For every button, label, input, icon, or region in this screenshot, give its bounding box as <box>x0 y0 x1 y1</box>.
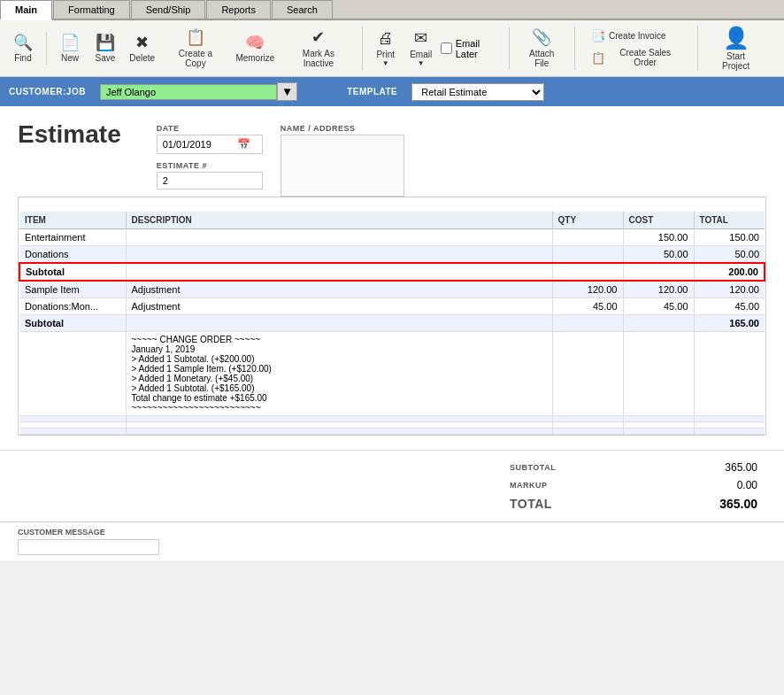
cell-qty[interactable] <box>552 229 623 246</box>
bottom-bar: CUSTOMER MESSAGE <box>0 521 784 560</box>
cell-total[interactable]: 50.00 <box>694 246 765 264</box>
print-button[interactable]: 🖨 Print ▼ <box>370 27 402 69</box>
cell-description[interactable] <box>126 416 552 422</box>
create-invoice-button[interactable]: 📑 Create Invoice <box>586 27 687 45</box>
attach-file-button[interactable]: 📎 Attach File <box>517 27 567 70</box>
cell-item[interactable] <box>19 429 126 435</box>
cell-description[interactable] <box>126 315 552 332</box>
cell-description[interactable] <box>126 429 552 435</box>
cell-total[interactable]: 165.00 <box>694 315 765 332</box>
new-label: New <box>61 53 79 63</box>
tab-formatting[interactable]: Formatting <box>53 0 130 19</box>
summary-subtotal-label: SUBTOTAL <box>503 459 642 475</box>
cell-description[interactable]: ~~~~~ CHANGE ORDER ~~~~~January 1, 2019>… <box>126 332 552 416</box>
summary-subtotal-row: SUBTOTAL 365.00 <box>503 459 765 475</box>
cell-cost[interactable] <box>623 315 694 332</box>
cell-item[interactable]: Donations <box>19 246 126 264</box>
cell-total[interactable]: 45.00 <box>694 298 765 315</box>
find-button[interactable]: 🔍 Find <box>7 32 39 66</box>
col-header-total: TOTAL <box>694 212 765 229</box>
tab-reports[interactable]: Reports <box>206 0 271 19</box>
start-project-button[interactable]: 👤 Start Project <box>705 24 766 73</box>
cell-qty[interactable]: 120.00 <box>552 281 623 298</box>
cell-total[interactable] <box>694 429 765 435</box>
email-button[interactable]: ✉ Email ▼ <box>405 27 437 69</box>
table-row <box>19 416 765 422</box>
cell-total[interactable] <box>694 422 765 429</box>
cell-description[interactable] <box>126 422 552 429</box>
calendar-icon[interactable]: 📅 <box>237 138 250 151</box>
cell-qty[interactable] <box>552 422 623 429</box>
tab-sendship[interactable]: Send/Ship <box>131 0 206 19</box>
estimate-table-wrapper: ITEM DESCRIPTION QTY COST TOTAL Entertai… <box>18 197 766 436</box>
memorize-button[interactable]: 🧠 Memorize <box>232 32 280 66</box>
email-label: Email <box>410 50 432 59</box>
cell-item[interactable]: Sample Item <box>19 281 126 298</box>
cell-cost[interactable]: 150.00 <box>623 229 694 246</box>
cell-qty[interactable] <box>552 315 623 332</box>
email-later-checkbox[interactable] <box>441 42 452 54</box>
cell-qty[interactable]: 45.00 <box>552 298 623 315</box>
cell-cost[interactable] <box>623 263 694 281</box>
delete-button[interactable]: ✖ Delete <box>125 32 159 66</box>
date-input[interactable] <box>163 139 234 150</box>
save-button[interactable]: 💾 Save <box>89 32 121 66</box>
customer-job-input[interactable] <box>100 84 277 100</box>
create-invoice-label: Create Invoice <box>609 31 665 41</box>
delete-label: Delete <box>129 53 155 63</box>
estimate-num-input[interactable] <box>157 172 263 189</box>
cell-cost[interactable] <box>623 429 694 435</box>
cell-description[interactable]: Adjustment <box>126 298 552 315</box>
cell-item[interactable]: Donations:Mon... <box>19 298 126 315</box>
cell-item[interactable] <box>19 422 126 429</box>
cell-description[interactable] <box>126 229 552 246</box>
cell-qty[interactable] <box>552 429 623 435</box>
cell-cost[interactable]: 45.00 <box>623 298 694 315</box>
cell-qty[interactable] <box>552 332 623 416</box>
cell-total[interactable]: 200.00 <box>694 263 765 281</box>
cell-description[interactable] <box>126 263 552 281</box>
table-row: Donations:Mon...Adjustment45.0045.0045.0… <box>19 298 765 315</box>
attach-file-label: Attach File <box>522 49 562 68</box>
cell-description[interactable]: Adjustment <box>126 281 552 298</box>
mark-inactive-icon: ✔ <box>311 28 325 48</box>
cell-total[interactable]: 120.00 <box>694 281 765 298</box>
cell-cost[interactable] <box>623 416 694 422</box>
date-input-wrapper: 📅 <box>157 135 263 154</box>
cell-total[interactable] <box>694 332 765 416</box>
new-icon: 📄 <box>60 34 80 53</box>
cell-item[interactable]: Subtotal <box>19 263 126 281</box>
delete-icon: ✖ <box>135 34 149 53</box>
cell-item[interactable] <box>19 332 126 416</box>
cell-qty[interactable] <box>552 263 623 281</box>
cell-item[interactable]: Subtotal <box>19 315 126 332</box>
cell-description[interactable] <box>126 246 552 264</box>
mark-inactive-button[interactable]: ✔ Mark As Inactive <box>282 27 355 70</box>
customer-job-label: CUSTOMER:JOB <box>9 87 86 97</box>
col-header-qty: QTY <box>552 212 623 229</box>
table-row <box>19 429 765 435</box>
cell-cost[interactable]: 50.00 <box>623 246 694 264</box>
template-select[interactable]: Retail Estimate <box>411 83 544 101</box>
cell-cost[interactable] <box>623 332 694 416</box>
tab-search[interactable]: Search <box>272 0 333 19</box>
cell-total[interactable]: 150.00 <box>694 229 765 246</box>
cell-total[interactable] <box>694 416 765 422</box>
create-sales-order-button[interactable]: 📋 Create Sales Order <box>586 46 687 69</box>
email-later-label: Email Later <box>456 38 502 59</box>
cell-item[interactable] <box>19 416 126 422</box>
cell-item[interactable]: Entertainment <box>19 229 126 246</box>
table-row: Sample ItemAdjustment120.00120.00120.00 <box>19 281 765 298</box>
table-row: Subtotal165.00 <box>19 315 765 332</box>
cell-cost[interactable]: 120.00 <box>623 281 694 298</box>
date-field-group: DATE 📅 ESTIMATE # <box>157 124 263 197</box>
name-address-box[interactable] <box>281 135 404 197</box>
new-button[interactable]: 📄 New <box>54 32 86 66</box>
cell-qty[interactable] <box>552 246 623 264</box>
create-copy-button[interactable]: 📋 Create a Copy <box>163 27 227 70</box>
customer-message-input[interactable] <box>18 539 159 555</box>
customer-dropdown-btn[interactable]: ▼ <box>277 82 297 101</box>
tab-main[interactable]: Main <box>0 0 52 20</box>
cell-cost[interactable] <box>623 422 694 429</box>
cell-qty[interactable] <box>552 416 623 422</box>
